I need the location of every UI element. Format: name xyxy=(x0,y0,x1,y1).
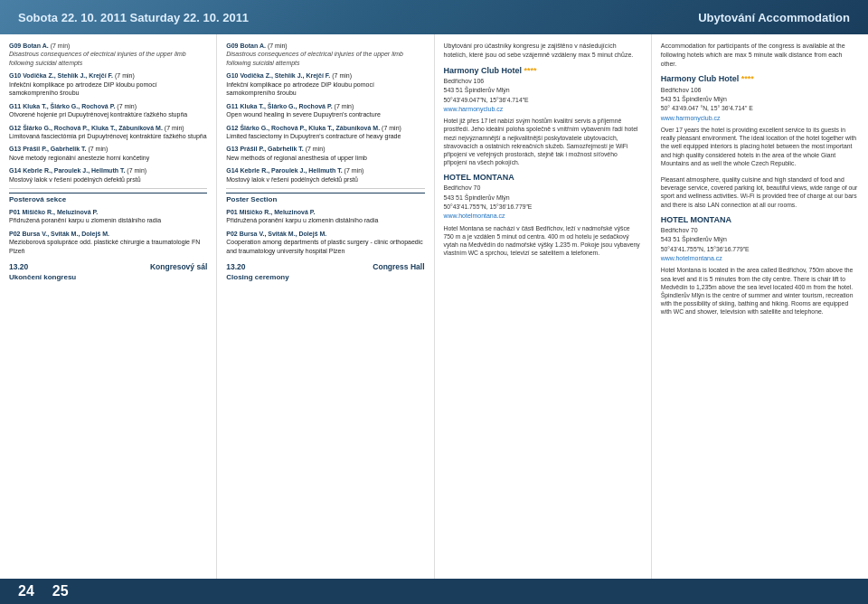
harmony-stars-english: **** xyxy=(741,74,754,83)
harmony-link-czech[interactable]: www.harmonyclub.cz xyxy=(444,105,642,113)
column-english-program: G09 Botan A. (7 min) Disastrous conseque… xyxy=(217,34,434,579)
en-item-g10-title: G10 Vodička Z., Stehlík J., Krejčí F. xyxy=(226,72,330,79)
montana-hotel-english: HOTEL MONTANA Bedřichov 70 543 51 Špindl… xyxy=(661,214,859,316)
en-item-p01-title: P01 Mišičko R., Meluzinová P. xyxy=(226,209,315,215)
item-g10-time: (7 min) xyxy=(115,72,135,79)
en-item-g11-title: G11 Kluka T., Šlárko G., Rochová P. xyxy=(226,103,332,109)
item-p01-text: Přidružená poranění karpu u zlomenin dis… xyxy=(9,217,161,223)
item-g10-text: Infekční komplikace po artrodeze DIP klo… xyxy=(9,81,157,96)
closing-time: 13.20 xyxy=(9,262,28,272)
item-p02-text: Mezioborová spolupráce odd. plastické ch… xyxy=(9,239,200,253)
en-item-g11: G11 Kluka T., Šlárko G., Rochová P. (7 m… xyxy=(226,102,424,119)
en-poster-section-label: Poster Section xyxy=(226,193,424,205)
en-item-g14-time: (7 min) xyxy=(344,167,364,174)
montana-desc-english: Hotel Montana is located in the area cal… xyxy=(661,266,859,316)
montana-address2-english: 543 51 Špindlerův Mlýn xyxy=(661,235,859,243)
en-item-g11-text: Open wound healing in severe Dupuytren's… xyxy=(226,111,381,118)
header: Sobota 22. 10. 2011 Saturday 22. 10. 201… xyxy=(0,0,868,34)
en-item-g14: G14 Kebrle R., Paroulek J., Hellmuth T. … xyxy=(226,166,424,184)
en-item-p01: P01 Mišičko R., Meluzinová P. Přidružená… xyxy=(226,208,424,225)
en-item-g12-time: (7 min) xyxy=(382,125,401,131)
en-item-p02: P02 Bursa V., Sviták M., Dolejš M. Coope… xyxy=(226,230,424,255)
item-g09-text: Disastrous consequences of electrical in… xyxy=(9,51,186,65)
harmony-link-english[interactable]: www.harmonyclub.cz xyxy=(661,114,859,122)
item-g13-title: G13 Prášil P., Gabrhelik T. xyxy=(9,146,86,152)
hotel-intro-english: Accommodation for participants of the co… xyxy=(661,42,859,68)
en-closing-label: Closing ceremony xyxy=(226,273,424,283)
en-item-g14-title: G14 Kebrle R., Paroulek J., Hellmuth T. xyxy=(226,167,342,174)
harmony-stars-czech: **** xyxy=(524,66,537,75)
item-g12-title: G12 Šlárko G., Rochová P., Kluka T., Záb… xyxy=(9,125,163,131)
item-g10-title: G10 Vodička Z., Stehlík J., Krejčí F. xyxy=(9,72,113,79)
en-item-g13-text: New methods of regional anesthesia of up… xyxy=(226,155,367,161)
en-item-g12-text: Limited fasciectomy in Dupuytren's contr… xyxy=(226,133,401,139)
harmony-name-czech: Harmony Club Hotel **** xyxy=(444,65,642,76)
item-g10: G10 Vodička Z., Stehlík J., Krejčí F. (7… xyxy=(9,71,207,97)
montana-coords-english: 50°43'41.755"N, 15°36'16.779"E xyxy=(661,245,859,253)
closing-hall: Kongresový sál xyxy=(150,262,207,272)
item-g14-title: G14 Kebrle R., Paroulek J., Hellmuth T. xyxy=(9,167,125,174)
harmony-hotel-english: Harmony Club Hotel **** Bedřichov 106 54… xyxy=(661,73,859,208)
footer: 24 25 xyxy=(0,579,868,604)
column-hotel-english: Accommodation for participants of the co… xyxy=(652,34,868,579)
footer-page-right: 25 xyxy=(52,583,69,599)
en-item-g11-time: (7 min) xyxy=(335,103,354,109)
item-g09-time: (7 min) xyxy=(51,42,71,49)
item-g09-title: G09 Botan A. xyxy=(9,42,49,49)
en-closing-time: 13.20 xyxy=(226,262,245,272)
item-g11-title: G11 Kluka T., Šlárko G., Rochová P. xyxy=(9,103,115,109)
item-g12-time: (7 min) xyxy=(165,125,184,131)
montana-name-english: HOTEL MONTANA xyxy=(661,214,859,225)
en-item-g12: G12 Šlárko G., Rochová P., Kluka T., Záb… xyxy=(226,124,424,141)
item-g11-time: (7 min) xyxy=(117,103,137,109)
en-item-g13-time: (7 min) xyxy=(306,146,326,152)
en-item-g09-time: (7 min) xyxy=(268,42,288,49)
item-g11-text: Otvorené hojenie pri Dupuytrénovej kontr… xyxy=(9,111,187,118)
montana-address2-czech: 543 51 Špindlerův Mlýn xyxy=(444,193,642,202)
item-g14-text: Mostový lalok v řešení podélných defektů… xyxy=(9,176,141,183)
item-p01: P01 Mišičko R., Meluzinová P. Přidružená… xyxy=(9,208,207,225)
en-item-g14-text: Mostový lalok v řešení podélných defektů… xyxy=(226,176,358,183)
item-g13: G13 Prášil P., Gabrhelik T. (7 min) Nové… xyxy=(9,145,207,162)
en-item-g10-time: (7 min) xyxy=(332,72,352,79)
en-item-g10-text: Infekční komplikace po artrodeze DIP klo… xyxy=(226,81,374,96)
en-closing-row: 13.20 Congress Hall xyxy=(226,262,424,272)
en-item-g09-text: Disastrous consequences of electrical in… xyxy=(226,51,403,65)
harmony-address1-czech: Bedřichov 106 xyxy=(444,77,642,85)
montana-link-czech[interactable]: www.hotelmontana.cz xyxy=(444,212,642,220)
en-item-g13: G13 Prášil P., Gabrhelik T. (7 min) New … xyxy=(226,145,424,162)
item-p02-title: P02 Bursa V., Sviták M., Dolejš M. xyxy=(9,231,109,237)
montana-desc-czech: Hotel Montana se nachází v části Bedřich… xyxy=(444,224,642,258)
poster-section-label: Posterová sekce xyxy=(9,193,207,205)
montana-hotel-czech: HOTEL MONTANA Bedřichov 70 543 51 Špindl… xyxy=(444,172,642,257)
column-hotel-czech: Ubytování pro účastníky kongresu je zaji… xyxy=(435,34,652,579)
harmony-coords-czech: 50°43'49.047"N, 15°36'4.714"E xyxy=(444,96,642,104)
montana-name-czech: HOTEL MONTANA xyxy=(444,172,642,183)
en-item-g13-title: G13 Prášil P., Gabrhelik T. xyxy=(226,146,303,152)
closing-row: 13.20 Kongresový sál xyxy=(9,262,207,272)
en-item-g10: G10 Vodička Z., Stehlík J., Krejčí F. (7… xyxy=(226,71,424,97)
en-item-p01-text: Přidružená poranění karpu u zlomenin dis… xyxy=(226,217,378,223)
en-item-p02-title: P02 Bursa V., Sviták M., Dolejš M. xyxy=(226,231,326,237)
montana-address1-english: Bedřichov 70 xyxy=(661,226,859,234)
item-g13-time: (7 min) xyxy=(88,146,108,152)
harmony-desc-czech: Hotel již přes 17 let nabízí svým hostům… xyxy=(444,117,642,166)
item-p02: P02 Bursa V., Sviták M., Dolejš M. Mezio… xyxy=(9,230,207,255)
harmony-hotel-czech: Harmony Club Hotel **** Bedřichov 106 54… xyxy=(444,65,642,167)
closing-label: Ukončení kongresu xyxy=(9,273,207,283)
hotel-intro-czech: Ubytování pro účastníky kongresu je zaji… xyxy=(444,42,642,60)
en-item-g09: G09 Botan A. (7 min) Disastrous conseque… xyxy=(226,42,424,67)
header-right: Ubytování Accommodation xyxy=(698,11,850,24)
montana-coords-czech: 50°43'41.755"N, 15°36'16.779"E xyxy=(444,203,642,211)
item-g09: G09 Botan A. (7 min) Disastrous conseque… xyxy=(9,42,207,67)
item-g11: G11 Kluka T., Šlárko G., Rochová P. (7 m… xyxy=(9,102,207,119)
en-item-g12-title: G12 Šlárko G., Rochová P., Kluka T., Záb… xyxy=(226,125,380,131)
header-left: Sobota 22. 10. 2011 Saturday 22. 10. 201… xyxy=(18,11,698,24)
item-g13-text: Nové metody regionální anestezie horní k… xyxy=(9,155,149,161)
en-item-p02-text: Cooperation among departments of plastic… xyxy=(226,239,423,253)
en-item-g09-title: G09 Botan A. xyxy=(226,42,266,49)
harmony-coords-english: 50° 43'49.047 °N, 15° 36'4.714" E xyxy=(661,104,859,112)
montana-link-english[interactable]: www.hotelmontana.cz xyxy=(661,254,859,262)
montana-address1-czech: Bedřichov 70 xyxy=(444,184,642,192)
item-g12-text: Limitovaná fasciectómia pri Dupuytrénove… xyxy=(9,133,207,139)
